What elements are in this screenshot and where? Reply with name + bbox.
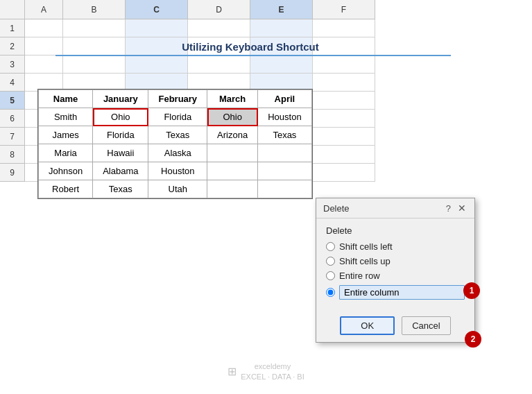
- col-header-e[interactable]: E: [250, 0, 313, 19]
- cancel-button[interactable]: Cancel: [402, 316, 450, 335]
- dialog-titlebar: Delete ? ✕: [316, 198, 474, 219]
- cell-smith-feb[interactable]: Florida: [148, 108, 207, 126]
- grid-row-1: [25, 19, 532, 37]
- watermark-text: exceldemy EXCEL · DATA · BI: [241, 361, 304, 382]
- title-underline: [55, 55, 451, 56]
- radio-shift-left-label: Shift cells left: [339, 241, 393, 252]
- cell-james-apr[interactable]: Texas: [258, 126, 311, 144]
- cell-f1[interactable]: [313, 19, 375, 37]
- header-january: January: [93, 90, 148, 108]
- cell-maria-name[interactable]: Maria: [39, 144, 93, 162]
- col-header-b[interactable]: B: [63, 0, 126, 19]
- row-num-5[interactable]: 5: [0, 92, 25, 110]
- dialog-footer: OK Cancel 2: [316, 311, 474, 342]
- dialog-question-mark[interactable]: ?: [446, 203, 451, 214]
- radio-entire-row[interactable]: [326, 271, 335, 280]
- cell-johnson-apr[interactable]: [258, 162, 311, 180]
- col-header-f[interactable]: F: [313, 0, 375, 19]
- cell-robert-feb[interactable]: Utah: [148, 180, 207, 198]
- cell-smith-jan[interactable]: Ohio: [93, 108, 148, 126]
- cell-maria-jan[interactable]: Hawaii: [93, 144, 148, 162]
- cell-f5[interactable]: [313, 92, 375, 110]
- dialog-section-label: Delete: [326, 225, 465, 236]
- cell-james-mar[interactable]: Arizona: [207, 126, 258, 144]
- cell-f7[interactable]: [313, 128, 375, 146]
- row-numbers: 1 2 3 4 5 6 7 8 9: [0, 19, 25, 182]
- radio-shift-left[interactable]: [326, 242, 335, 251]
- header-march: March: [207, 90, 258, 108]
- cell-johnson-feb[interactable]: Houston: [148, 162, 207, 180]
- cell-c1[interactable]: [126, 19, 188, 37]
- cell-f4[interactable]: [313, 74, 375, 92]
- radio-option-entire-column[interactable]: Entire column 1: [326, 285, 465, 300]
- cell-james-name[interactable]: James: [39, 126, 93, 144]
- row-num-2[interactable]: 2: [0, 37, 25, 55]
- row-num-4[interactable]: 4: [0, 74, 25, 92]
- cell-d3[interactable]: [188, 55, 250, 74]
- cell-f6[interactable]: [313, 110, 375, 128]
- radio-option-entire-row[interactable]: Entire row: [326, 271, 465, 281]
- col-header-c[interactable]: C: [126, 0, 188, 19]
- watermark-line1: exceldemy: [241, 361, 304, 371]
- col-headers: A B C D E F: [25, 0, 375, 19]
- row-num-8[interactable]: 8: [0, 146, 25, 164]
- table-row-johnson: Johnson Alabama Houston: [39, 162, 312, 180]
- row-num-1[interactable]: 1: [0, 19, 25, 37]
- delete-dialog: Delete ? ✕ Delete Shift cells left Shift…: [316, 198, 475, 343]
- cell-d1[interactable]: [188, 19, 250, 37]
- cell-e1[interactable]: [250, 19, 313, 37]
- cell-e3[interactable]: [250, 55, 313, 74]
- cell-smith-name[interactable]: Smith: [39, 108, 93, 126]
- cell-robert-mar[interactable]: [207, 180, 258, 198]
- cell-smith-mar[interactable]: Ohio: [207, 108, 258, 126]
- cell-c3[interactable]: [126, 55, 188, 74]
- header-name: Name: [39, 90, 93, 108]
- row-num-3[interactable]: 3: [0, 55, 25, 74]
- cell-maria-mar[interactable]: [207, 144, 258, 162]
- cell-maria-feb[interactable]: Alaska: [148, 144, 207, 162]
- watermark-icon: ⊞: [228, 365, 237, 378]
- cell-robert-jan[interactable]: Texas: [93, 180, 148, 198]
- cell-johnson-jan[interactable]: Alabama: [93, 162, 148, 180]
- cell-f9[interactable]: [313, 164, 375, 182]
- cell-robert-name[interactable]: Robert: [39, 180, 93, 198]
- cell-johnson-mar[interactable]: [207, 162, 258, 180]
- dialog-controls: ? ✕: [446, 203, 467, 214]
- badge-1: 1: [463, 282, 480, 299]
- col-header-a[interactable]: A: [25, 0, 63, 19]
- cell-james-feb[interactable]: Texas: [148, 126, 207, 144]
- row-num-9[interactable]: 9: [0, 164, 25, 182]
- col-header-d[interactable]: D: [188, 0, 250, 19]
- cell-robert-apr[interactable]: [258, 180, 311, 198]
- cell-james-jan[interactable]: Florida: [93, 126, 148, 144]
- ok-button[interactable]: OK: [340, 316, 395, 335]
- data-table: Name January February March April Smith …: [37, 89, 313, 199]
- cell-f3[interactable]: [313, 55, 375, 74]
- cell-b3[interactable]: [63, 55, 126, 74]
- grid-row-3: [25, 55, 532, 74]
- header-february: February: [148, 90, 207, 108]
- radio-option-shift-up[interactable]: Shift cells up: [326, 256, 465, 266]
- table-row-smith: Smith Ohio Florida Ohio Houston: [39, 108, 312, 126]
- cell-maria-apr[interactable]: [258, 144, 311, 162]
- dialog-close-button[interactable]: ✕: [456, 203, 467, 214]
- watermark: ⊞ exceldemy EXCEL · DATA · BI: [228, 361, 304, 382]
- radio-entire-column[interactable]: [326, 288, 335, 297]
- badge-2: 2: [465, 331, 481, 348]
- cell-johnson-name[interactable]: Johnson: [39, 162, 93, 180]
- cell-a3[interactable]: [25, 55, 63, 74]
- row-num-7[interactable]: 7: [0, 128, 25, 146]
- radio-entire-row-label: Entire row: [339, 271, 380, 281]
- radio-shift-up-label: Shift cells up: [339, 256, 391, 266]
- cell-f8[interactable]: [313, 146, 375, 164]
- cell-a1[interactable]: [25, 19, 63, 37]
- watermark-line2: EXCEL · DATA · BI: [241, 372, 304, 382]
- spreadsheet-title: Utilizing Keyboard Shortcut: [25, 37, 476, 55]
- radio-shift-up[interactable]: [326, 257, 335, 266]
- cell-smith-apr[interactable]: Houston: [258, 108, 311, 126]
- cell-b1[interactable]: [63, 19, 126, 37]
- row-num-6[interactable]: 6: [0, 110, 25, 128]
- dialog-body: Delete Shift cells left Shift cells up E…: [316, 219, 474, 311]
- radio-option-shift-left[interactable]: Shift cells left: [326, 241, 465, 252]
- table-row-james: James Florida Texas Arizona Texas: [39, 126, 312, 144]
